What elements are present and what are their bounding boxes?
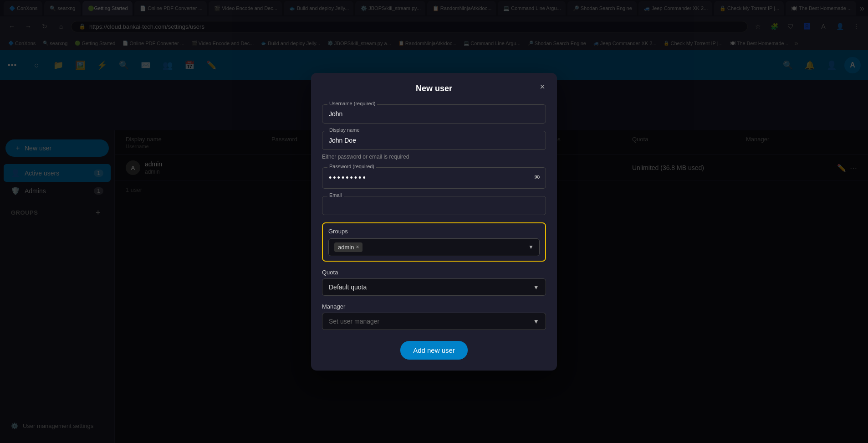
add-new-user-button[interactable]: Add new user	[400, 341, 468, 360]
display-name-label: Display name	[327, 127, 362, 133]
eye-icon[interactable]: 👁	[533, 174, 541, 182]
modal-body: Username (required) Display name Either …	[311, 101, 557, 371]
admin-tag-label: admin	[338, 244, 354, 251]
groups-input[interactable]: admin × ▼	[328, 238, 540, 256]
modal-title: New user	[416, 84, 452, 93]
display-name-field: Display name	[322, 131, 546, 150]
quota-value: Default quota	[329, 283, 367, 291]
quota-dropdown-arrow: ▼	[533, 283, 539, 291]
email-input[interactable]	[322, 196, 546, 215]
username-field: Username (required)	[322, 104, 546, 124]
password-hint: Either password or email is required	[322, 154, 546, 160]
manager-label: Manager	[322, 303, 546, 310]
admin-tag: admin ×	[334, 242, 363, 252]
modal-overlay[interactable]: New user × Username (required) Display n…	[0, 0, 868, 443]
username-label: Username (required)	[327, 101, 377, 106]
quota-select[interactable]: Default quota ▼	[322, 278, 546, 296]
email-field: Email	[322, 196, 546, 215]
password-input[interactable]	[322, 167, 546, 189]
groups-label: Groups	[328, 228, 540, 235]
password-label: Password (required)	[327, 164, 376, 169]
username-input[interactable]	[322, 104, 546, 124]
email-label: Email	[327, 192, 344, 198]
new-user-modal: New user × Username (required) Display n…	[311, 73, 557, 371]
modal-close-button[interactable]: ×	[535, 79, 550, 94]
display-name-input[interactable]	[322, 131, 546, 150]
manager-field: Manager Set user manager ▼	[322, 303, 546, 330]
manager-select[interactable]: Set user manager ▼	[322, 313, 546, 330]
groups-field: Groups admin × ▼	[322, 222, 546, 262]
modal-header: New user ×	[311, 73, 557, 101]
manager-placeholder: Set user manager	[329, 318, 379, 325]
password-field: Password (required) 👁	[322, 167, 546, 189]
groups-dropdown-arrow[interactable]: ▼	[528, 244, 534, 250]
admin-tag-remove[interactable]: ×	[356, 244, 359, 250]
quota-label: Quota	[322, 269, 546, 276]
quota-field: Quota Default quota ▼	[322, 269, 546, 296]
manager-dropdown-arrow: ▼	[533, 318, 539, 325]
